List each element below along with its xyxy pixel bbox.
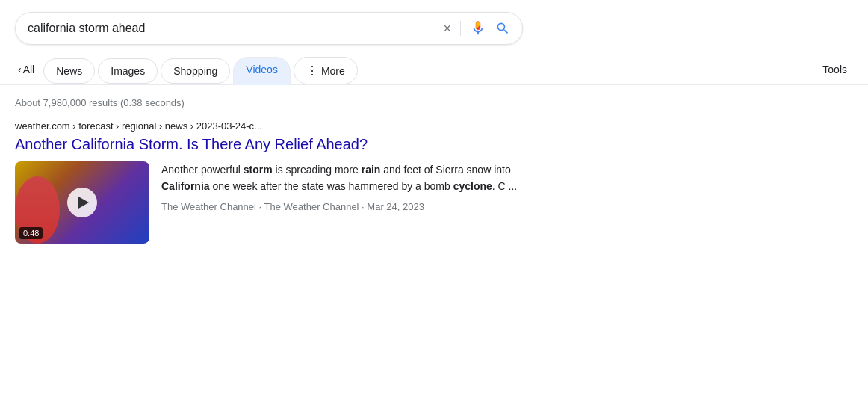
more-dots-icon: ⋮: [306, 64, 318, 78]
video-duration: 0:48: [19, 227, 43, 239]
snippet-meta: The Weather Channel · The Weather Channe…: [161, 201, 553, 212]
tools-label: Tools: [822, 64, 847, 75]
tools-button[interactable]: Tools: [816, 58, 853, 84]
tab-shopping[interactable]: Shopping: [161, 58, 230, 84]
tab-more-label: More: [321, 65, 345, 77]
tab-bar: ‹ All News Images Shopping Videos ⋮ More…: [0, 54, 868, 85]
search-result: weather.com › forecast › regional › news…: [0, 114, 568, 256]
tab-images-label: Images: [111, 65, 145, 77]
result-body: 0:48 Another powerful storm is spreading…: [15, 161, 553, 244]
results-count: About 7,980,000 results (0.38 seconds): [0, 85, 868, 114]
search-bar-area: california storm ahead ×: [0, 0, 868, 54]
tab-back-all[interactable]: ‹ All: [15, 58, 40, 84]
tab-news-label: News: [56, 65, 82, 77]
tab-news[interactable]: News: [43, 58, 95, 84]
video-thumbnail[interactable]: 0:48: [15, 161, 149, 244]
search-box[interactable]: california storm ahead ×: [15, 12, 523, 45]
tab-images[interactable]: Images: [98, 58, 158, 84]
result-url: weather.com › forecast › regional › news…: [15, 120, 553, 132]
mic-icon[interactable]: [470, 20, 486, 37]
back-arrow-icon: ‹: [18, 64, 22, 75]
results-count-text: About 7,980,000 results (0.38 seconds): [15, 97, 185, 108]
play-button[interactable]: [67, 188, 97, 217]
play-icon: [78, 197, 89, 208]
search-box-icons: ×: [443, 20, 510, 37]
snippet-area: Another powerful storm is spreading more…: [161, 161, 553, 212]
all-tab-label: All: [23, 64, 35, 75]
tab-videos[interactable]: Videos: [233, 57, 291, 85]
search-input[interactable]: california storm ahead: [28, 22, 443, 35]
tab-videos-label: Videos: [246, 64, 278, 75]
clear-icon[interactable]: ×: [443, 21, 451, 37]
snippet-text: Another powerful storm is spreading more…: [161, 161, 553, 195]
divider: [460, 21, 461, 36]
tab-more[interactable]: ⋮ More: [294, 57, 358, 84]
result-title[interactable]: Another California Storm. Is There Any R…: [15, 135, 553, 154]
search-icon[interactable]: [495, 21, 510, 36]
tab-shopping-label: Shopping: [173, 65, 217, 77]
